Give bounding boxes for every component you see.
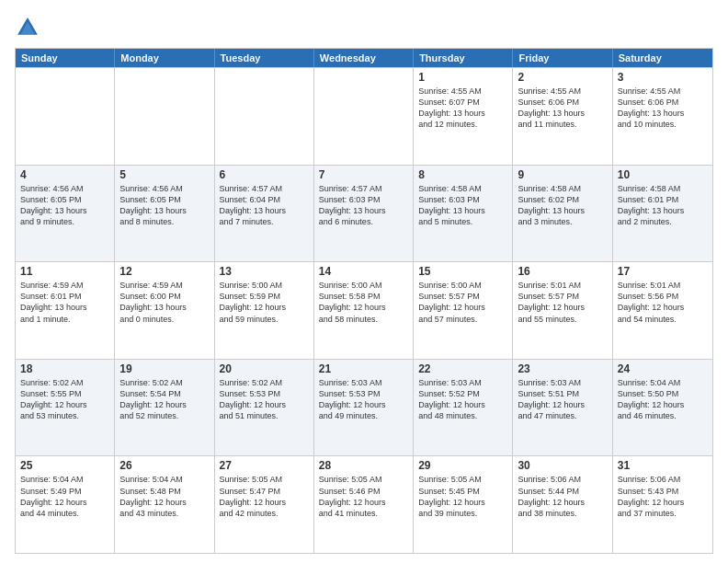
cell-info: Sunrise: 5:04 AM Sunset: 5:50 PM Dayligh… bbox=[618, 377, 708, 422]
cell-info: Sunrise: 5:06 AM Sunset: 5:44 PM Dayligh… bbox=[518, 474, 607, 519]
day-number: 9 bbox=[518, 168, 607, 181]
calendar-cell: 14Sunrise: 5:00 AM Sunset: 5:58 PM Dayli… bbox=[314, 262, 414, 359]
calendar-cell: 20Sunrise: 5:02 AM Sunset: 5:53 PM Dayli… bbox=[215, 360, 314, 456]
cell-info: Sunrise: 4:55 AM Sunset: 6:06 PM Dayligh… bbox=[618, 86, 708, 131]
calendar-cell bbox=[215, 68, 314, 165]
cell-info: Sunrise: 5:00 AM Sunset: 5:57 PM Dayligh… bbox=[418, 280, 507, 325]
cell-info: Sunrise: 5:02 AM Sunset: 5:55 PM Dayligh… bbox=[20, 377, 109, 422]
day-number: 21 bbox=[319, 362, 408, 375]
calendar-cell: 9Sunrise: 4:58 AM Sunset: 6:02 PM Daylig… bbox=[513, 166, 612, 262]
calendar-cell bbox=[314, 68, 414, 165]
cell-info: Sunrise: 4:57 AM Sunset: 6:03 PM Dayligh… bbox=[319, 183, 408, 228]
calendar-cell: 29Sunrise: 5:05 AM Sunset: 5:45 PM Dayli… bbox=[414, 456, 513, 553]
header-day-thursday: Thursday bbox=[414, 49, 513, 67]
day-number: 1 bbox=[418, 71, 507, 84]
day-number: 27 bbox=[220, 459, 309, 472]
cell-info: Sunrise: 4:55 AM Sunset: 6:06 PM Dayligh… bbox=[518, 86, 607, 131]
header bbox=[15, 15, 713, 40]
cell-info: Sunrise: 4:58 AM Sunset: 6:02 PM Dayligh… bbox=[518, 183, 607, 228]
day-number: 30 bbox=[518, 459, 607, 472]
day-number: 26 bbox=[119, 459, 209, 472]
logo-icon bbox=[15, 15, 40, 40]
calendar-cell: 2Sunrise: 4:55 AM Sunset: 6:06 PM Daylig… bbox=[513, 68, 612, 165]
cell-info: Sunrise: 5:02 AM Sunset: 5:53 PM Dayligh… bbox=[220, 377, 309, 422]
day-number: 23 bbox=[518, 362, 607, 375]
day-number: 13 bbox=[220, 265, 309, 278]
calendar-cell: 21Sunrise: 5:03 AM Sunset: 5:53 PM Dayli… bbox=[314, 360, 414, 456]
day-number: 5 bbox=[119, 168, 209, 181]
calendar-cell: 15Sunrise: 5:00 AM Sunset: 5:57 PM Dayli… bbox=[414, 262, 513, 359]
calendar-cell bbox=[115, 68, 214, 165]
header-day-wednesday: Wednesday bbox=[314, 49, 414, 67]
calendar-cell: 4Sunrise: 4:56 AM Sunset: 6:05 PM Daylig… bbox=[16, 166, 115, 262]
calendar-cell: 6Sunrise: 4:57 AM Sunset: 6:04 PM Daylig… bbox=[215, 166, 314, 262]
cell-info: Sunrise: 4:56 AM Sunset: 6:05 PM Dayligh… bbox=[119, 183, 209, 228]
cell-info: Sunrise: 5:03 AM Sunset: 5:52 PM Dayligh… bbox=[418, 377, 507, 422]
day-number: 19 bbox=[119, 362, 209, 375]
day-number: 24 bbox=[618, 362, 708, 375]
day-number: 31 bbox=[618, 459, 708, 472]
day-number: 2 bbox=[518, 71, 607, 84]
cell-info: Sunrise: 5:05 AM Sunset: 5:45 PM Dayligh… bbox=[418, 474, 507, 519]
calendar-cell: 3Sunrise: 4:55 AM Sunset: 6:06 PM Daylig… bbox=[613, 68, 712, 165]
day-number: 4 bbox=[20, 168, 109, 181]
day-number: 17 bbox=[618, 265, 708, 278]
calendar-cell: 31Sunrise: 5:06 AM Sunset: 5:43 PM Dayli… bbox=[613, 456, 712, 553]
calendar-row-2: 4Sunrise: 4:56 AM Sunset: 6:05 PM Daylig… bbox=[16, 165, 712, 262]
calendar-cell: 18Sunrise: 5:02 AM Sunset: 5:55 PM Dayli… bbox=[16, 360, 115, 456]
cell-info: Sunrise: 4:57 AM Sunset: 6:04 PM Dayligh… bbox=[220, 183, 309, 228]
day-number: 7 bbox=[319, 168, 408, 181]
calendar-cell: 25Sunrise: 5:04 AM Sunset: 5:49 PM Dayli… bbox=[16, 456, 115, 553]
calendar: SundayMondayTuesdayWednesdayThursdayFrid… bbox=[15, 48, 713, 554]
calendar-cell: 16Sunrise: 5:01 AM Sunset: 5:57 PM Dayli… bbox=[513, 262, 612, 359]
calendar-cell: 24Sunrise: 5:04 AM Sunset: 5:50 PM Dayli… bbox=[613, 360, 712, 456]
cell-info: Sunrise: 5:06 AM Sunset: 5:43 PM Dayligh… bbox=[618, 474, 708, 519]
cell-info: Sunrise: 4:58 AM Sunset: 6:03 PM Dayligh… bbox=[418, 183, 507, 228]
calendar-row-4: 18Sunrise: 5:02 AM Sunset: 5:55 PM Dayli… bbox=[16, 359, 712, 456]
calendar-row-5: 25Sunrise: 5:04 AM Sunset: 5:49 PM Dayli… bbox=[16, 455, 712, 553]
day-number: 25 bbox=[20, 459, 109, 472]
header-day-tuesday: Tuesday bbox=[215, 49, 314, 67]
header-day-monday: Monday bbox=[115, 49, 214, 67]
day-number: 10 bbox=[618, 168, 708, 181]
cell-info: Sunrise: 5:00 AM Sunset: 5:59 PM Dayligh… bbox=[220, 280, 309, 325]
cell-info: Sunrise: 5:03 AM Sunset: 5:53 PM Dayligh… bbox=[319, 377, 408, 422]
calendar-cell: 23Sunrise: 5:03 AM Sunset: 5:51 PM Dayli… bbox=[513, 360, 612, 456]
day-number: 22 bbox=[418, 362, 507, 375]
day-number: 28 bbox=[319, 459, 408, 472]
calendar-cell: 26Sunrise: 5:04 AM Sunset: 5:48 PM Dayli… bbox=[115, 456, 214, 553]
calendar-row-3: 11Sunrise: 4:59 AM Sunset: 6:01 PM Dayli… bbox=[16, 261, 712, 359]
cell-info: Sunrise: 4:56 AM Sunset: 6:05 PM Dayligh… bbox=[20, 183, 109, 228]
logo bbox=[15, 15, 44, 40]
calendar-cell: 30Sunrise: 5:06 AM Sunset: 5:44 PM Dayli… bbox=[513, 456, 612, 553]
cell-info: Sunrise: 5:04 AM Sunset: 5:48 PM Dayligh… bbox=[119, 474, 209, 519]
day-number: 14 bbox=[319, 265, 408, 278]
cell-info: Sunrise: 4:59 AM Sunset: 6:01 PM Dayligh… bbox=[20, 280, 109, 325]
day-number: 18 bbox=[20, 362, 109, 375]
day-number: 16 bbox=[518, 265, 607, 278]
calendar-cell bbox=[16, 68, 115, 165]
cell-info: Sunrise: 5:05 AM Sunset: 5:47 PM Dayligh… bbox=[220, 474, 309, 519]
calendar-cell: 28Sunrise: 5:05 AM Sunset: 5:46 PM Dayli… bbox=[314, 456, 414, 553]
cell-info: Sunrise: 5:04 AM Sunset: 5:49 PM Dayligh… bbox=[20, 474, 109, 519]
cell-info: Sunrise: 5:00 AM Sunset: 5:58 PM Dayligh… bbox=[319, 280, 408, 325]
cell-info: Sunrise: 5:05 AM Sunset: 5:46 PM Dayligh… bbox=[319, 474, 408, 519]
calendar-cell: 10Sunrise: 4:58 AM Sunset: 6:01 PM Dayli… bbox=[613, 166, 712, 262]
calendar-cell: 5Sunrise: 4:56 AM Sunset: 6:05 PM Daylig… bbox=[115, 166, 214, 262]
page: SundayMondayTuesdayWednesdayThursdayFrid… bbox=[0, 0, 728, 563]
calendar-cell: 27Sunrise: 5:05 AM Sunset: 5:47 PM Dayli… bbox=[215, 456, 314, 553]
header-day-sunday: Sunday bbox=[16, 49, 115, 67]
calendar-cell: 1Sunrise: 4:55 AM Sunset: 6:07 PM Daylig… bbox=[414, 68, 513, 165]
calendar-header: SundayMondayTuesdayWednesdayThursdayFrid… bbox=[16, 49, 712, 67]
day-number: 11 bbox=[20, 265, 109, 278]
cell-info: Sunrise: 5:03 AM Sunset: 5:51 PM Dayligh… bbox=[518, 377, 607, 422]
cell-info: Sunrise: 4:55 AM Sunset: 6:07 PM Dayligh… bbox=[418, 86, 507, 131]
day-number: 8 bbox=[418, 168, 507, 181]
day-number: 6 bbox=[220, 168, 309, 181]
header-day-friday: Friday bbox=[513, 49, 612, 67]
calendar-cell: 22Sunrise: 5:03 AM Sunset: 5:52 PM Dayli… bbox=[414, 360, 513, 456]
day-number: 20 bbox=[220, 362, 309, 375]
cell-info: Sunrise: 5:01 AM Sunset: 5:56 PM Dayligh… bbox=[618, 280, 708, 325]
header-day-saturday: Saturday bbox=[613, 49, 712, 67]
day-number: 12 bbox=[119, 265, 209, 278]
